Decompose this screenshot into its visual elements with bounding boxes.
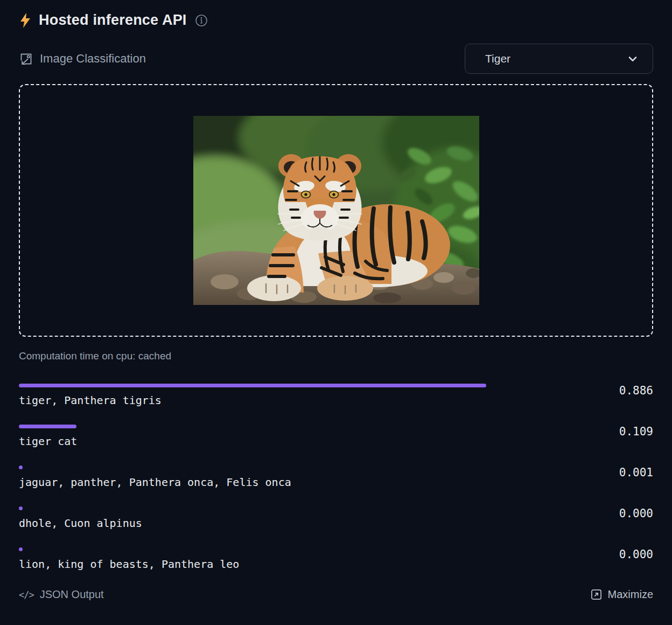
task-label: Image Classification xyxy=(19,52,146,66)
maximize-label: Maximize xyxy=(608,588,653,601)
result-row: dhole, Cuon alpinus0.000 xyxy=(19,506,653,530)
json-output-button[interactable]: </> JSON Output xyxy=(19,588,104,601)
result-row: jaguar, panther, Panthera onca, Felis on… xyxy=(19,466,653,489)
result-row: tiger, Panthera tigris0.886 xyxy=(19,384,653,407)
model-selector-dropdown[interactable]: Tiger xyxy=(465,44,653,74)
result-row: lion, king of beasts, Panthera leo0.000 xyxy=(19,547,653,571)
score-bar-track xyxy=(19,547,547,551)
result-score: 0.886 xyxy=(619,384,653,397)
result-score: 0.000 xyxy=(619,507,653,520)
score-bar xyxy=(19,506,23,510)
result-label: tiger cat xyxy=(19,435,653,448)
chevron-down-icon xyxy=(626,52,639,65)
widget-footer: </> JSON Output Maximize xyxy=(19,588,653,601)
info-icon[interactable] xyxy=(195,14,208,27)
tiger-image xyxy=(193,116,479,305)
json-output-label: JSON Output xyxy=(40,588,104,601)
task-name: Image Classification xyxy=(40,52,146,66)
result-label: tiger, Panthera tigris xyxy=(19,394,653,407)
computation-time: Computation time on cpu: cached xyxy=(19,350,653,362)
results-list: tiger, Panthera tigris0.886tiger cat0.10… xyxy=(19,384,653,571)
score-bar xyxy=(19,547,23,551)
model-selector-value: Tiger xyxy=(485,52,510,65)
score-bar xyxy=(19,466,23,469)
lightning-icon xyxy=(19,12,32,29)
code-icon: </> xyxy=(19,589,34,600)
score-bar-track xyxy=(19,425,547,428)
maximize-button[interactable]: Maximize xyxy=(591,588,653,601)
result-score: 0.000 xyxy=(619,548,653,561)
score-bar-track xyxy=(19,384,547,387)
page-title: Hosted inference API xyxy=(39,12,187,29)
widget-header: Hosted inference API xyxy=(19,12,653,29)
result-label: dhole, Cuon alpinus xyxy=(19,517,653,530)
image-dropzone[interactable] xyxy=(19,84,653,337)
image-classification-icon xyxy=(19,52,33,66)
result-label: jaguar, panther, Panthera onca, Felis on… xyxy=(19,476,653,489)
score-bar-track xyxy=(19,506,547,510)
score-bar xyxy=(19,425,76,428)
maximize-icon xyxy=(591,589,602,600)
task-row: Image Classification Tiger xyxy=(19,44,653,74)
result-row: tiger cat0.109 xyxy=(19,425,653,448)
score-bar-track xyxy=(19,466,547,469)
hosted-inference-widget: Hosted inference API Image Classificatio… xyxy=(0,0,672,625)
result-score: 0.109 xyxy=(619,425,653,438)
result-score: 0.001 xyxy=(619,466,653,479)
result-label: lion, king of beasts, Panthera leo xyxy=(19,558,653,571)
score-bar xyxy=(19,384,486,387)
